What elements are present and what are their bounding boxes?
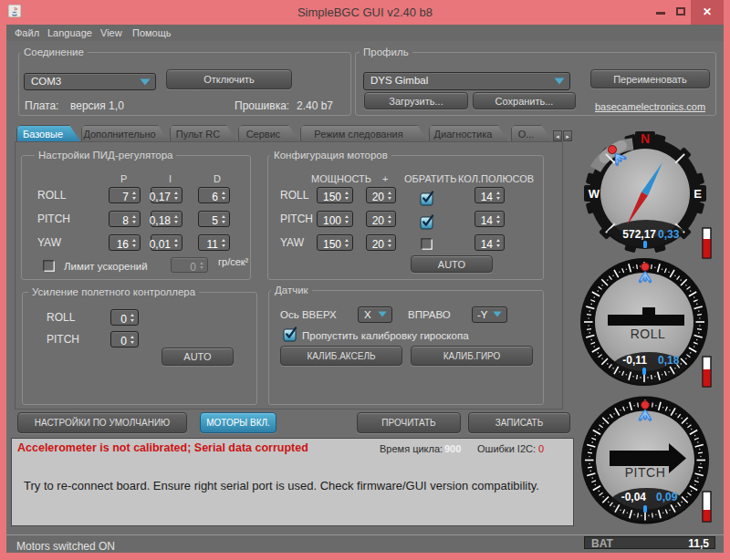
svg-text:-0,11: -0,11 bbox=[622, 354, 647, 367]
svg-text:ROLL: ROLL bbox=[631, 327, 666, 341]
svg-text:0,33: 0,33 bbox=[658, 228, 680, 241]
svg-text:PITCH: PITCH bbox=[625, 465, 666, 480]
svg-text:572,17: 572,17 bbox=[622, 228, 656, 241]
svg-text:W: W bbox=[589, 187, 600, 201]
svg-text:0,18: 0,18 bbox=[658, 354, 680, 367]
svg-text:N: N bbox=[641, 131, 650, 146]
svg-text:-0,04: -0,04 bbox=[621, 491, 647, 503]
svg-text:E: E bbox=[694, 187, 702, 201]
svg-text:0,09: 0,09 bbox=[656, 491, 678, 503]
